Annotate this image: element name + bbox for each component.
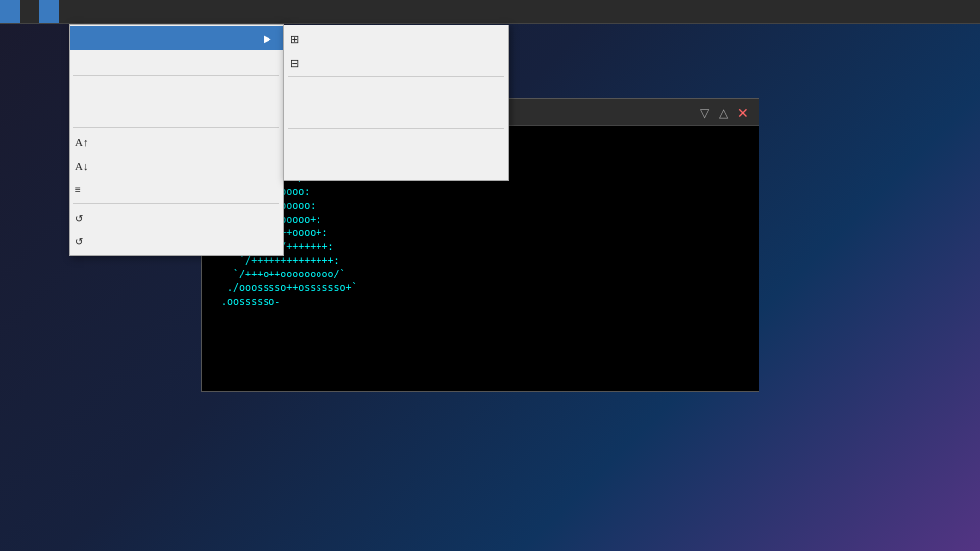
split-tb-icon: ⊟ [290, 57, 299, 70]
konsole-controls: ▽ △ ✕ [696, 105, 751, 121]
monitor-silence-item[interactable] [70, 78, 283, 102]
menubar [0, 0, 980, 24]
menu-split-view[interactable]: ▶ ⊞ ⊟ [70, 26, 283, 50]
enlarge-font-item[interactable]: A↑ [70, 130, 283, 154]
split-submenu: ⊞ ⊟ [283, 25, 509, 181]
view-dropdown: ▶ ⊞ ⊟ [69, 24, 284, 256]
shrink-font-item[interactable]: A↓ [70, 154, 283, 177]
clear-icon-2: ↺ [75, 236, 83, 247]
close-others-item[interactable] [284, 103, 508, 126]
submenu-arrow: ▶ [264, 33, 271, 44]
konsole-close-btn[interactable]: ✕ [735, 105, 751, 121]
detach-tab-item[interactable] [70, 50, 283, 74]
menu-bookmarks[interactable] [59, 0, 78, 23]
submenu-sep1 [288, 76, 504, 77]
enlarge-font-icon: A↑ [75, 136, 88, 148]
close-active-item[interactable] [284, 79, 508, 103]
shrink-font-icon: A↓ [75, 160, 88, 172]
menu-help[interactable] [98, 0, 118, 23]
split-lr-icon: ⊞ [290, 33, 299, 46]
monitor-activity-item[interactable] [70, 102, 283, 125]
split-lr-item[interactable]: ⊞ [284, 27, 508, 51]
split-tb-item[interactable]: ⊟ [284, 51, 508, 75]
clear-icon-1: ↺ [75, 213, 83, 224]
view-sep2 [74, 127, 279, 128]
expand-view-item[interactable] [284, 131, 508, 155]
menu-file[interactable] [0, 0, 20, 23]
clear-scrollback-item[interactable]: ↺ [70, 206, 283, 229]
set-encoding-item[interactable]: ≡ [70, 177, 283, 201]
menu-edit[interactable] [20, 0, 39, 23]
encoding-icon: ≡ [75, 184, 81, 195]
clear-scrollback-reset-item[interactable]: ↺ [70, 229, 283, 253]
menu-settings[interactable] [78, 0, 98, 23]
konsole-minimize-btn[interactable]: ▽ [696, 105, 711, 121]
shrink-view-item[interactable] [284, 155, 508, 178]
menu-view[interactable] [39, 0, 59, 23]
view-sep3 [74, 203, 279, 204]
submenu-sep2 [288, 128, 504, 129]
konsole-maximize-btn[interactable]: △ [715, 105, 731, 121]
view-sep1 [74, 75, 279, 76]
